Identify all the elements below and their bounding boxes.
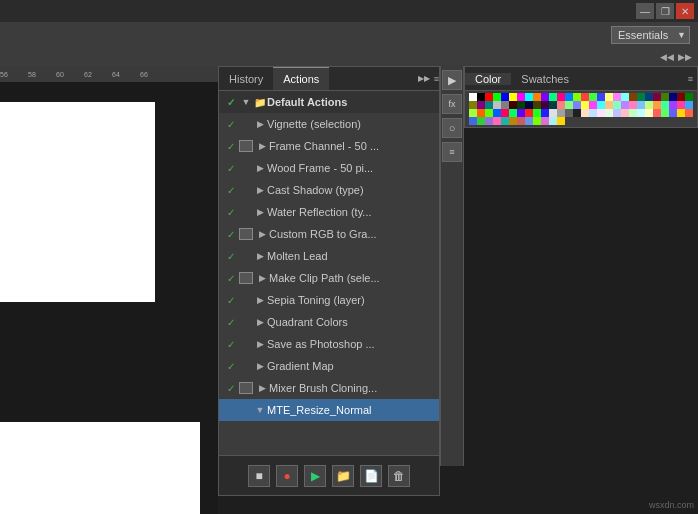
swatch[interactable] — [669, 101, 677, 109]
swatch[interactable] — [549, 117, 557, 125]
play-button[interactable]: ▶ — [304, 465, 326, 487]
swatch[interactable] — [477, 117, 485, 125]
list-item[interactable]: ✓ ▶ Save as Photoshop ... — [219, 333, 439, 355]
list-item[interactable]: ✓ ▶ Mixer Brush Cloning... — [219, 377, 439, 399]
swatch[interactable] — [509, 101, 517, 109]
list-item[interactable]: ✓ ▶ Molten Lead — [219, 245, 439, 267]
swatch[interactable] — [469, 109, 477, 117]
swatch[interactable] — [533, 101, 541, 109]
list-item[interactable]: ✓ ▶ Frame Channel - 50 ... — [219, 135, 439, 157]
list-item[interactable]: ✓ ▶ Custom RGB to Gra... — [219, 223, 439, 245]
swatch[interactable] — [581, 109, 589, 117]
toolbar-fx-btn[interactable]: fx — [442, 94, 462, 114]
swatch[interactable] — [685, 93, 693, 101]
swatch[interactable] — [525, 117, 533, 125]
swatch[interactable] — [541, 93, 549, 101]
swatch[interactable] — [549, 101, 557, 109]
close-button[interactable]: ✕ — [676, 3, 694, 19]
swatch[interactable] — [573, 109, 581, 117]
swatch[interactable] — [485, 117, 493, 125]
tab-history[interactable]: History — [219, 67, 273, 90]
swatch[interactable] — [493, 109, 501, 117]
list-item[interactable]: ✓ ▶ Wood Frame - 50 pi... — [219, 157, 439, 179]
swatch[interactable] — [629, 101, 637, 109]
swatch[interactable] — [541, 109, 549, 117]
list-item[interactable]: ✓ ▶ Water Reflection (ty... — [219, 201, 439, 223]
swatch[interactable] — [469, 93, 477, 101]
delete-button[interactable]: 🗑 — [388, 465, 410, 487]
swatch[interactable] — [677, 109, 685, 117]
swatch[interactable] — [565, 101, 573, 109]
swatch[interactable] — [605, 93, 613, 101]
swatch[interactable] — [501, 117, 509, 125]
swatch[interactable] — [565, 109, 573, 117]
swatch[interactable] — [477, 109, 485, 117]
swatch[interactable] — [501, 109, 509, 117]
swatch[interactable] — [573, 93, 581, 101]
essentials-dropdown[interactable]: Essentials — [611, 26, 690, 44]
swatch[interactable] — [621, 93, 629, 101]
list-item-selected[interactable]: ▼ MTE_Resize_Normal — [219, 399, 439, 421]
swatch[interactable] — [573, 101, 581, 109]
list-item[interactable]: ✓ ▶ Quadrant Colors — [219, 311, 439, 333]
swatch[interactable] — [517, 109, 525, 117]
swatch[interactable] — [541, 101, 549, 109]
swatch[interactable] — [509, 117, 517, 125]
swatch[interactable] — [533, 93, 541, 101]
swatch[interactable] — [589, 101, 597, 109]
swatch[interactable] — [509, 93, 517, 101]
swatch[interactable] — [613, 109, 621, 117]
swatch[interactable] — [653, 93, 661, 101]
open-folder-button[interactable]: 📁 — [332, 465, 354, 487]
swatch[interactable] — [557, 117, 565, 125]
swatch[interactable] — [597, 101, 605, 109]
stop-button[interactable]: ■ — [248, 465, 270, 487]
swatch[interactable] — [493, 101, 501, 109]
swatch[interactable] — [613, 101, 621, 109]
swatch[interactable] — [541, 117, 549, 125]
list-item[interactable]: ✓ ▶ Make Clip Path (sele... — [219, 267, 439, 289]
toolbar-circle-btn[interactable]: ○ — [442, 118, 462, 138]
swatch[interactable] — [677, 101, 685, 109]
swatch[interactable] — [477, 101, 485, 109]
swatch[interactable] — [677, 93, 685, 101]
swatch[interactable] — [557, 109, 565, 117]
list-item[interactable]: ✓ ▶ Cast Shadow (type) — [219, 179, 439, 201]
swatch[interactable] — [645, 93, 653, 101]
swatch[interactable] — [597, 109, 605, 117]
swatch[interactable] — [477, 93, 485, 101]
swatch[interactable] — [533, 109, 541, 117]
swatch[interactable] — [653, 109, 661, 117]
swatch[interactable] — [637, 109, 645, 117]
swatch[interactable] — [685, 101, 693, 109]
record-button[interactable]: ● — [276, 465, 298, 487]
swatch[interactable] — [525, 109, 533, 117]
swatch[interactable] — [621, 101, 629, 109]
swatch[interactable] — [645, 109, 653, 117]
swatch[interactable] — [485, 109, 493, 117]
swatch[interactable] — [469, 117, 477, 125]
swatch[interactable] — [629, 93, 637, 101]
swatch[interactable] — [565, 93, 573, 101]
swatch[interactable] — [549, 109, 557, 117]
swatch[interactable] — [581, 101, 589, 109]
swatch[interactable] — [525, 101, 533, 109]
swatch[interactable] — [645, 101, 653, 109]
list-item[interactable]: ✓ ▶ Vignette (selection) — [219, 113, 439, 135]
swatch[interactable] — [589, 93, 597, 101]
swatch[interactable] — [549, 93, 557, 101]
swatch[interactable] — [605, 101, 613, 109]
swatch[interactable] — [669, 93, 677, 101]
list-item[interactable]: ✓ ▶ Gradient Map — [219, 355, 439, 377]
swatch[interactable] — [661, 93, 669, 101]
tab-swatches[interactable]: Swatches — [511, 73, 579, 85]
minimize-button[interactable]: — — [636, 3, 654, 19]
swatch[interactable] — [557, 93, 565, 101]
color-panel-menu-icon[interactable]: ≡ — [688, 74, 693, 84]
actions-group-default[interactable]: ✓ ▼ 📁 Default Actions — [219, 91, 439, 113]
swatch[interactable] — [517, 101, 525, 109]
swatch[interactable] — [517, 117, 525, 125]
swatch[interactable] — [629, 109, 637, 117]
swatch[interactable] — [661, 101, 669, 109]
swatch[interactable] — [597, 93, 605, 101]
